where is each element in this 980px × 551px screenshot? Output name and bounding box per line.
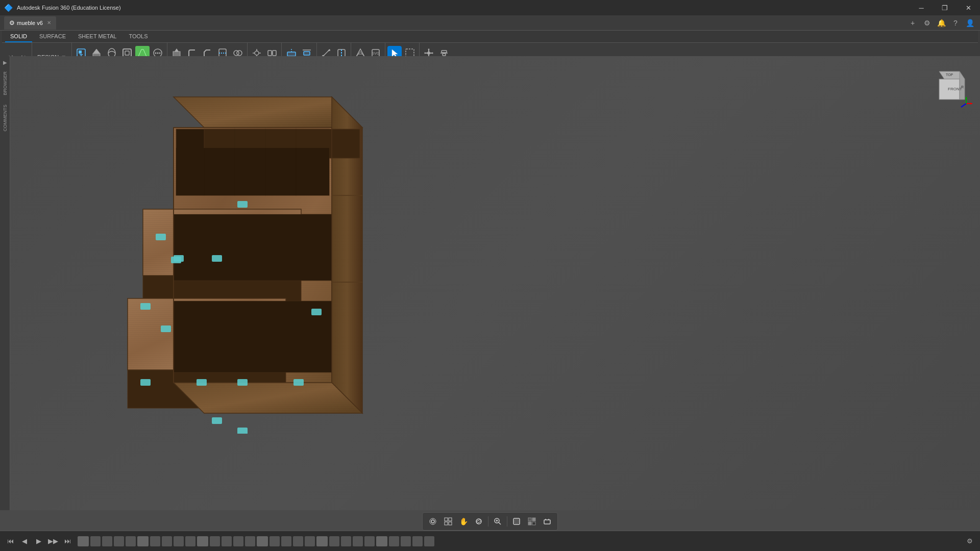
timeline-item[interactable] [316, 536, 328, 546]
help-button[interactable]: ? [949, 17, 962, 29]
play-back-button[interactable]: ◀ [18, 535, 31, 547]
timeline-item[interactable] [341, 536, 351, 546]
timeline-item[interactable] [281, 536, 291, 546]
mode-tab-surface[interactable]: SURFACE [34, 31, 71, 42]
play-start-button[interactable]: ⏮ [4, 535, 16, 547]
svg-rect-111 [140, 303, 151, 310]
timeline [76, 536, 962, 546]
timeline-item[interactable] [102, 536, 112, 546]
svg-point-47 [427, 52, 430, 55]
timeline-item[interactable] [401, 536, 411, 546]
svg-rect-140 [532, 522, 535, 525]
mode-tab-sheet-metal[interactable]: SHEET METAL [73, 31, 121, 42]
svg-marker-68 [970, 103, 972, 105]
sidebar-browser-tab[interactable]: BROWSER [1, 67, 9, 99]
timeline-item[interactable] [78, 536, 89, 546]
tab-mueble[interactable]: ⚙ mueble v6 ✕ [4, 16, 56, 30]
svg-rect-106 [156, 234, 166, 240]
title-bar: 🔷 Autodesk Fusion 360 (Education License… [0, 0, 980, 15]
svg-text:SVG: SVG [372, 52, 380, 55]
svg-marker-53 [424, 52, 425, 54]
timeline-item[interactable] [293, 536, 303, 546]
timeline-item[interactable] [353, 536, 363, 546]
minimize-button[interactable]: ─ [910, 0, 933, 15]
svg-rect-138 [532, 518, 535, 521]
svg-rect-105 [237, 201, 248, 208]
timeline-item[interactable] [270, 536, 280, 546]
close-button[interactable]: ✕ [957, 0, 980, 15]
play-end-button[interactable]: ⏭ [61, 535, 74, 547]
tab-close-button[interactable]: ✕ [47, 20, 51, 26]
timeline-item[interactable] [412, 536, 423, 546]
timeline-item[interactable] [257, 536, 268, 546]
timeline-item[interactable] [185, 536, 195, 546]
new-tab-button[interactable]: + [906, 17, 919, 29]
toolbar-divider-2 [507, 516, 507, 527]
title-bar-controls: ─ ❐ ✕ [910, 0, 980, 15]
display-settings-button[interactable] [426, 514, 440, 529]
restore-button[interactable]: ❐ [933, 0, 957, 15]
svg-rect-128 [449, 522, 452, 525]
timeline-item[interactable] [197, 536, 208, 546]
timeline-item[interactable] [90, 536, 101, 546]
toolbar-divider-1 [488, 516, 488, 527]
bottom-toolbar: ✋ [422, 512, 558, 531]
timeline-item[interactable] [305, 536, 315, 546]
svg-rect-25 [268, 51, 272, 56]
svg-point-11 [155, 53, 157, 54]
timeline-item[interactable] [137, 536, 149, 546]
timeline-item[interactable] [222, 536, 232, 546]
timeline-item[interactable] [150, 536, 160, 546]
account-button[interactable]: 👤 [964, 17, 976, 29]
svg-marker-49 [428, 48, 430, 49]
svg-rect-116 [293, 379, 304, 386]
svg-rect-136 [514, 519, 519, 523]
sidebar-expand-button[interactable]: ▶ [1, 58, 9, 66]
environment-button[interactable] [540, 514, 554, 529]
svg-point-12 [157, 53, 159, 54]
orbit-button[interactable] [472, 514, 486, 529]
svg-rect-110 [311, 309, 322, 315]
svg-rect-137 [528, 518, 531, 521]
view-modes-button[interactable] [509, 514, 524, 529]
appearance-button[interactable] [525, 514, 539, 529]
timeline-item[interactable] [210, 536, 220, 546]
notifications-button[interactable]: 🔔 [935, 17, 947, 29]
timeline-settings-button[interactable]: ⚙ [964, 535, 976, 547]
mode-tab-solid[interactable]: SOLID [5, 31, 32, 42]
timeline-item[interactable] [364, 536, 375, 546]
svg-rect-126 [449, 518, 452, 521]
timeline-item[interactable] [376, 536, 387, 546]
grid-settings-button[interactable] [441, 514, 455, 529]
svg-rect-88 [174, 214, 332, 281]
viewport[interactable]: FRONT R TOP [10, 56, 980, 510]
pan-button[interactable]: ✋ [456, 514, 471, 529]
timeline-item[interactable] [233, 536, 243, 546]
tab-label: mueble v6 [17, 20, 43, 26]
timeline-item[interactable] [329, 536, 339, 546]
play-button[interactable]: ▶ [33, 535, 45, 547]
timeline-item[interactable] [114, 536, 124, 546]
timeline-item[interactable] [424, 536, 434, 546]
viewcube[interactable]: FRONT R TOP [926, 64, 972, 110]
settings-button[interactable]: ⚙ [921, 17, 933, 29]
timeline-item[interactable] [245, 536, 255, 546]
sidebar-comments-tab[interactable]: COMMENTS [1, 101, 9, 136]
furniture-model [112, 87, 408, 434]
svg-point-20 [255, 51, 259, 55]
svg-rect-1 [79, 51, 82, 54]
timeline-item[interactable] [126, 536, 136, 546]
tab-icon: ⚙ [9, 19, 15, 27]
svg-rect-114 [197, 379, 207, 386]
zoom-button[interactable] [491, 514, 505, 529]
timeline-item[interactable] [162, 536, 172, 546]
tab-bar: ⚙ mueble v6 ✕ + ⚙ 🔔 ? 👤 [0, 15, 980, 31]
svg-point-123 [431, 520, 434, 523]
svg-rect-112 [161, 325, 171, 332]
svg-line-132 [499, 522, 501, 524]
timeline-item[interactable] [389, 536, 399, 546]
mode-tab-tools[interactable]: TOOLS [124, 31, 153, 42]
play-forward-button[interactable]: ▶▶ [47, 535, 59, 547]
timeline-item[interactable] [174, 536, 184, 546]
svg-rect-58 [443, 54, 446, 56]
